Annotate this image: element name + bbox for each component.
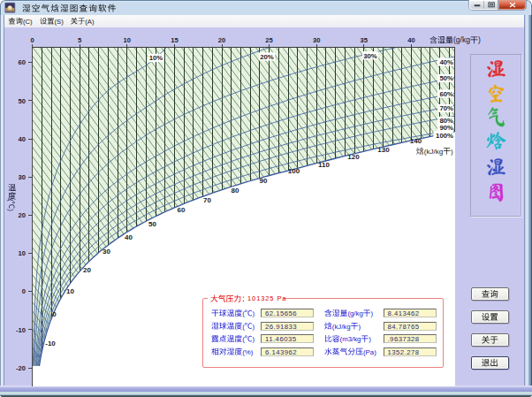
svg-text:): ) [369,335,371,343]
svg-text:(%): (%) [242,348,254,356]
svg-text:40: 40 [19,135,26,143]
svg-text:10: 10 [19,249,26,257]
svg-text:): ) [451,148,453,156]
svg-text:0: 0 [52,310,57,318]
svg-text:(A): (A) [85,18,95,26]
svg-text:90: 90 [260,177,268,185]
svg-text:10: 10 [66,287,74,295]
svg-text:10%: 10% [149,54,163,62]
svg-text:.9637328: .9637328 [388,335,420,343]
svg-text:35: 35 [361,36,369,44]
svg-text:20: 20 [19,211,26,219]
svg-text:100%: 100% [436,132,453,140]
svg-text:30: 30 [103,248,110,256]
svg-text:110: 110 [318,161,330,169]
svg-text:120: 120 [347,153,360,161]
svg-text:): ) [478,35,481,44]
svg-text:): ) [253,335,255,343]
svg-text:(kJ/kg: (kJ/kg [332,323,351,331]
svg-text:40: 40 [125,233,133,241]
svg-text:80: 80 [232,187,239,195]
svg-text:): ) [7,209,15,211]
svg-text:101325 Pa: 101325 Pa [247,294,286,302]
svg-text:30: 30 [19,173,26,181]
svg-text:1352.278: 1352.278 [388,348,420,356]
svg-text:30: 30 [313,36,320,44]
svg-text:(g/kg: (g/kg [347,309,362,317]
svg-text:10: 10 [124,36,131,44]
svg-text:8.413462: 8.413462 [388,309,420,317]
svg-text:0: 0 [22,287,26,295]
svg-text:): ) [371,309,374,317]
svg-text:): ) [253,309,255,317]
svg-text:(g/kg: (g/kg [453,35,470,44]
svg-text:50%: 50% [439,74,453,82]
svg-text:20: 20 [218,36,225,44]
svg-text:(: ( [242,335,245,343]
svg-text:-20: -20 [16,364,26,372]
svg-text:-10: -10 [45,340,56,347]
svg-text:50: 50 [148,220,156,228]
svg-text:(C): (C) [23,18,33,26]
svg-text:60: 60 [178,206,186,214]
svg-text:60%: 60% [439,90,453,98]
svg-text:0: 0 [30,36,34,44]
svg-text:11.46035: 11.46035 [265,335,297,343]
svg-text:25: 25 [265,36,273,44]
svg-text:100: 100 [288,167,300,175]
svg-text:20: 20 [83,266,91,274]
svg-text:(m3/kg: (m3/kg [340,335,361,343]
svg-text:5: 5 [78,36,82,44]
svg-text:(S): (S) [55,18,65,26]
svg-text:84.78765: 84.78765 [388,323,420,331]
svg-text:130: 130 [377,146,390,154]
svg-text:): ) [358,323,361,331]
svg-text:6.143962: 6.143962 [265,348,297,356]
svg-text:40: 40 [407,36,414,44]
svg-text:(: ( [7,199,15,202]
svg-text:40%: 40% [439,58,453,66]
svg-text:26.91833: 26.91833 [265,323,297,331]
svg-text:50: 50 [19,97,26,105]
svg-text:): ) [253,323,255,331]
svg-text:(kJ/kg: (kJ/kg [424,148,444,156]
svg-text:(Pa): (Pa) [363,348,376,356]
svg-text:60: 60 [19,58,26,66]
svg-text:30%: 30% [363,52,377,60]
svg-text:70: 70 [203,196,211,204]
svg-text:62.15656: 62.15656 [265,309,297,317]
svg-text:-10: -10 [16,326,26,334]
svg-text:15: 15 [171,36,179,44]
svg-text:(: ( [242,309,245,317]
svg-text:(: ( [242,323,245,331]
svg-text:140: 140 [410,137,422,145]
svg-text:70%: 70% [439,104,453,112]
svg-text:20%: 20% [260,53,274,61]
